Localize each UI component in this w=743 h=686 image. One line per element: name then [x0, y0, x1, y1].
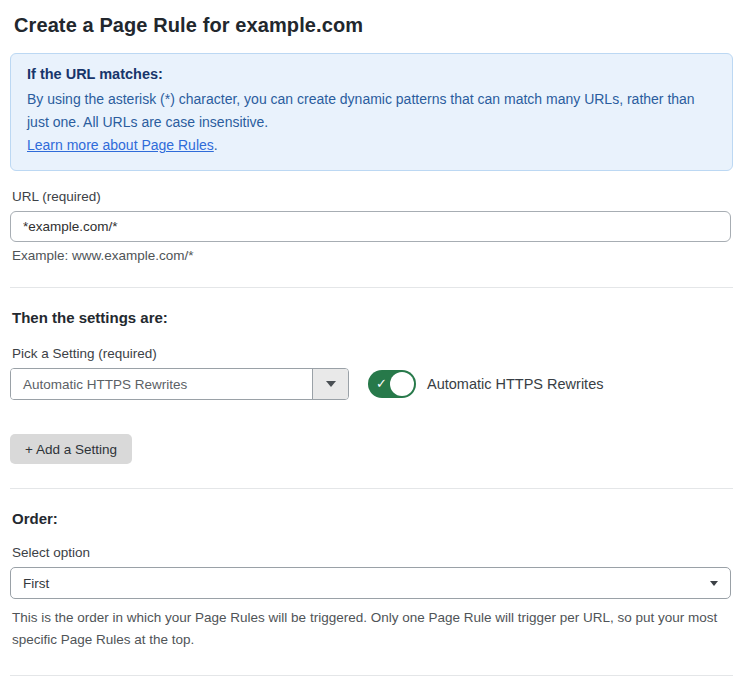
- chevron-down-icon: [326, 381, 336, 387]
- divider: [10, 488, 733, 489]
- settings-heading: Then the settings are:: [12, 309, 733, 326]
- url-matches-info-box: If the URL matches: By using the asteris…: [10, 53, 733, 171]
- pick-setting-label: Pick a Setting (required): [12, 346, 733, 361]
- info-box-body: By using the asterisk (*) character, you…: [27, 88, 716, 134]
- setting-combobox-value: Automatic HTTPS Rewrites: [11, 369, 312, 399]
- order-help-text: This is the order in which your Page Rul…: [12, 607, 733, 651]
- order-heading: Order:: [12, 510, 733, 527]
- divider: [10, 287, 733, 288]
- add-setting-button[interactable]: + Add a Setting: [10, 434, 132, 464]
- select-option-label: Select option: [12, 545, 733, 560]
- setting-combobox[interactable]: Automatic HTTPS Rewrites: [10, 368, 349, 400]
- learn-more-link[interactable]: Learn more about Page Rules: [27, 137, 214, 153]
- info-box-link-line: Learn more about Page Rules.: [27, 134, 716, 157]
- page-title: Create a Page Rule for example.com: [14, 14, 733, 37]
- info-box-heading: If the URL matches:: [27, 66, 716, 82]
- setting-combobox-dropdown-button[interactable]: [312, 369, 348, 399]
- chevron-down-icon: [710, 581, 718, 586]
- link-suffix: .: [214, 137, 218, 153]
- divider: [10, 675, 733, 676]
- url-input[interactable]: [10, 211, 731, 242]
- url-field-hint: Example: www.example.com/*: [12, 248, 733, 263]
- https-rewrites-toggle[interactable]: ✓: [368, 370, 416, 398]
- create-page-rule-panel: Create a Page Rule for example.com If th…: [0, 0, 743, 686]
- order-select[interactable]: First: [10, 567, 731, 599]
- check-icon: ✓: [376, 376, 387, 391]
- toggle-label: Automatic HTTPS Rewrites: [427, 376, 603, 392]
- toggle-knob: [390, 372, 414, 396]
- setting-row: Automatic HTTPS Rewrites ✓ Automatic HTT…: [10, 368, 733, 400]
- order-select-value: First: [23, 576, 49, 591]
- url-field-label: URL (required): [12, 189, 733, 204]
